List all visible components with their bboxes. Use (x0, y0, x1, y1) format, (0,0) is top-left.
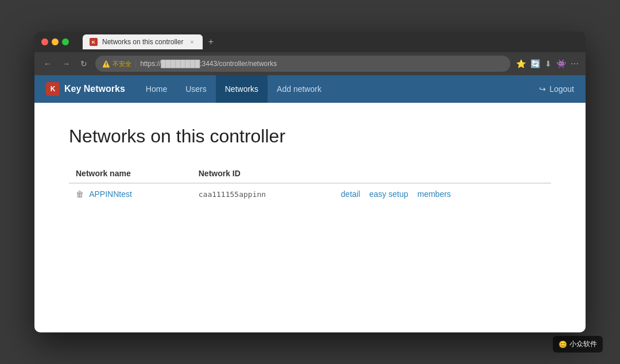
col-header-id: Network ID (192, 164, 334, 183)
nav-bar: K Key Networks Home Users Networks Add n… (34, 75, 586, 103)
logout-icon: ↪ (539, 84, 546, 94)
nav-logout[interactable]: ↪ Logout (539, 84, 574, 94)
main-content: Networks on this controller Network name… (34, 103, 586, 332)
easy-setup-link[interactable]: easy setup (369, 189, 408, 199)
refresh-button[interactable]: ↻ (78, 57, 90, 71)
tab-close-icon[interactable]: × (188, 38, 196, 46)
forward-button[interactable]: → (60, 57, 72, 71)
security-label: 不安全 (113, 60, 131, 68)
delete-icon[interactable]: 🗑 (76, 189, 84, 199)
tab-bar: K Networks on this controller × + (83, 34, 579, 49)
nav-links: Home Users Networks Add network (137, 75, 539, 103)
network-name-cell: 🗑 APPINNtest (69, 183, 192, 204)
members-link[interactable]: members (417, 189, 451, 199)
browser-actions: ⭐ 🔄 ⬇ 👾 ⋯ (516, 59, 579, 68)
nav-add-network[interactable]: Add network (268, 75, 331, 103)
network-name-link[interactable]: APPINNtest (89, 189, 132, 199)
profile-icon[interactable]: 👾 (556, 59, 566, 68)
back-button[interactable]: ← (41, 57, 54, 71)
network-id: caa111155appinn (199, 190, 266, 199)
menu-icon[interactable]: ⋯ (571, 59, 579, 68)
brand: K Key Networks (46, 82, 125, 96)
traffic-lights (41, 38, 69, 45)
detail-link[interactable]: detail (341, 189, 360, 199)
download-icon[interactable]: ⬇ (545, 59, 552, 68)
address-bar: ← → ↻ ⚠️ 不安全 | https://████████:3443/con… (34, 52, 586, 75)
network-table: Network name Network ID 🗑 APPINNtest caa… (69, 164, 551, 204)
tab-favicon: K (90, 38, 98, 46)
col-header-actions (334, 164, 551, 183)
browser-window: K Networks on this controller × + ← → ↻ … (34, 32, 586, 332)
active-tab[interactable]: K Networks on this controller × (83, 34, 203, 49)
tab-title: Networks on this controller (102, 38, 183, 46)
watermark-avatar: 😊 (559, 340, 567, 348)
logout-label: Logout (549, 84, 574, 94)
network-actions-cell: detail easy setup members (334, 184, 551, 204)
new-tab-button[interactable]: + (204, 35, 218, 49)
url-display: https://████████:3443/controller/network… (140, 60, 277, 68)
brand-icon: K (46, 82, 60, 96)
col-header-name: Network name (69, 164, 192, 183)
refresh-action-icon[interactable]: 🔄 (530, 59, 540, 68)
page-content: K Key Networks Home Users Networks Add n… (34, 75, 586, 332)
nav-users[interactable]: Users (176, 75, 216, 103)
network-id-cell: caa111155appinn (192, 183, 334, 204)
nav-networks[interactable]: Networks (216, 75, 268, 103)
close-button[interactable] (41, 38, 48, 45)
table-row: 🗑 APPINNtest caa111155appinn detail easy… (69, 183, 551, 204)
nav-home[interactable]: Home (137, 75, 176, 103)
watermark-text: 小众软件 (569, 339, 597, 349)
page-title: Networks on this controller (69, 126, 551, 147)
watermark: 😊 小众软件 (553, 336, 603, 353)
title-bar: K Networks on this controller × + (34, 32, 586, 52)
brand-name: Key Networks (64, 84, 125, 94)
extensions-icon[interactable]: ⭐ (516, 59, 526, 68)
security-icon: ⚠️ 不安全 (102, 60, 131, 68)
maximize-button[interactable] (62, 38, 69, 45)
address-input[interactable]: ⚠️ 不安全 | https://████████:3443/controlle… (95, 56, 510, 72)
minimize-button[interactable] (52, 38, 59, 45)
